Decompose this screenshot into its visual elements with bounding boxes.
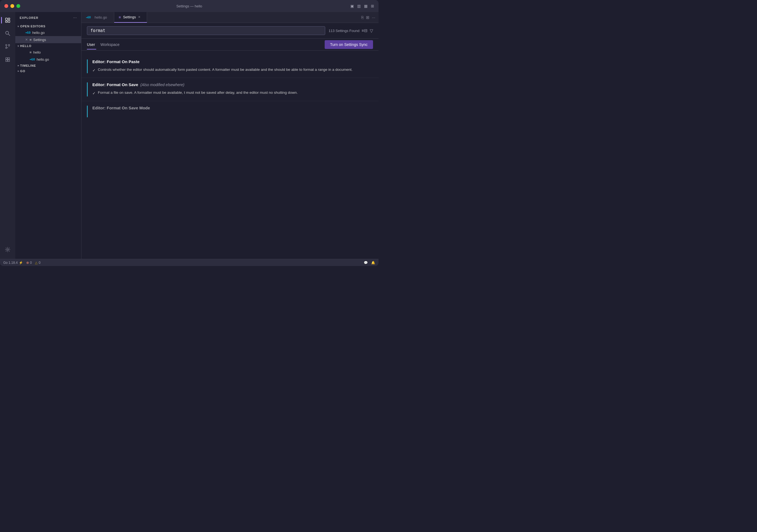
window-icon-3[interactable]: ▦ xyxy=(364,4,368,8)
warnings-count: 0 xyxy=(39,261,41,265)
title-bar-right: ▣ ▥ ▦ ⊞ xyxy=(350,4,374,8)
sidebar-more-button[interactable]: ··· xyxy=(73,15,77,20)
format-on-save-modified: (Also modified elsewhere) xyxy=(140,82,184,87)
timeline-chevron: ▾ xyxy=(17,65,20,66)
timeline-label: TIMELINE xyxy=(20,64,36,67)
setting-format-on-save-mode-title: Editor: Format On Save Mode xyxy=(92,106,373,110)
activity-explorer[interactable] xyxy=(2,14,14,26)
setting-format-on-save-title: Editor: Format On Save (Also modified el… xyxy=(92,82,373,87)
svg-rect-2 xyxy=(8,18,10,19)
svg-point-6 xyxy=(6,45,7,46)
minimize-button[interactable] xyxy=(10,4,14,8)
hello-settings-icon: ≡ xyxy=(30,50,32,54)
error-circle-icon: ⊗ xyxy=(26,261,29,265)
setting-format-on-paste-desc: ✓ Controls whether the editor should aut… xyxy=(92,67,373,73)
format-on-save-check[interactable]: ✓ xyxy=(92,90,96,96)
window-icon-4[interactable]: ⊞ xyxy=(371,4,374,8)
user-tab-label: User xyxy=(87,42,95,47)
sync-button[interactable]: Turn on Settings Sync xyxy=(325,40,373,49)
tree-item-settings[interactable]: ✕ ≡ Settings xyxy=(15,36,81,43)
warning-triangle-icon: △ xyxy=(35,261,38,265)
activity-source-control[interactable] xyxy=(2,41,14,52)
close-button[interactable] xyxy=(4,4,8,8)
sidebar: EXPLORER ··· ▾ OPEN EDITORS ⇥GO hello.go… xyxy=(15,12,81,259)
workspace-tab-label: Workspace xyxy=(101,42,120,47)
warnings-status[interactable]: △ 0 xyxy=(35,261,41,265)
go-chevron: ▾ xyxy=(17,70,20,72)
go-section-header[interactable]: ▾ GO xyxy=(15,68,81,74)
tree-item-hello[interactable]: ≡ hello xyxy=(15,49,81,56)
remote-access-icon[interactable]: 💬 xyxy=(364,261,368,265)
setting-format-on-save-desc: ✓ Format a file on save. A formatter mus… xyxy=(92,90,373,96)
tab-bar-right: ⎘ ⊞ ··· xyxy=(358,12,378,23)
go-file-icon: ⇥GO xyxy=(25,31,31,34)
go-version-status[interactable]: Go 1.18.4 ⚡ xyxy=(3,261,23,265)
go-version-label: Go 1.18.4 xyxy=(3,261,18,265)
tree-item-hello-go[interactable]: ⇥GO hello.go xyxy=(15,29,81,36)
settings-close-icon[interactable]: ✕ xyxy=(25,38,28,42)
setting-format-on-save-mode-content: Editor: Format On Save Mode xyxy=(87,106,373,110)
svg-rect-1 xyxy=(6,21,7,22)
title-bar: Settings — hello ▣ ▥ ▦ ⊞ xyxy=(0,0,378,12)
svg-line-5 xyxy=(9,34,10,36)
activity-search[interactable] xyxy=(2,27,14,39)
hello-label: HELLO xyxy=(20,44,31,47)
tab-hello-go-label: hello.go xyxy=(95,15,107,19)
tab-hello-go[interactable]: ⇥GO hello.go xyxy=(81,12,114,23)
tab-settings-close[interactable]: ✕ xyxy=(138,15,140,19)
notifications-icon[interactable]: 🔔 xyxy=(371,261,375,265)
window-icon-2[interactable]: ▥ xyxy=(357,4,361,8)
tab-settings[interactable]: ≡ Settings ✕ xyxy=(114,12,147,23)
main-container: EXPLORER ··· ▾ OPEN EDITORS ⇥GO hello.go… xyxy=(0,12,378,259)
settings-tab-workspace[interactable]: Workspace xyxy=(101,40,125,49)
setting-format-on-paste: Editor: Format On Paste ✓ Controls wheth… xyxy=(81,55,378,78)
settings-search-input[interactable] xyxy=(90,28,322,33)
editor-area: ⇥GO hello.go ≡ Settings ✕ ⎘ ⊞ ··· xyxy=(81,12,378,259)
go-section-label: GO xyxy=(20,70,25,73)
open-editors-header[interactable]: ▾ OPEN EDITORS xyxy=(15,23,81,29)
file-tree: ▾ OPEN EDITORS ⇥GO hello.go ✕ ≡ Settings… xyxy=(15,23,81,259)
timeline-header[interactable]: ▾ TIMELINE xyxy=(15,63,81,68)
hello-go-name: hello.go xyxy=(37,57,49,61)
setting-format-on-paste-content: Editor: Format On Paste ✓ Controls wheth… xyxy=(87,59,373,73)
settings-list: Editor: Format On Paste ✓ Controls wheth… xyxy=(81,50,378,259)
open-editors-chevron: ▾ xyxy=(17,25,19,28)
search-input-wrapper[interactable] xyxy=(87,26,325,35)
hello-chevron: ▾ xyxy=(17,45,19,47)
sidebar-title: EXPLORER xyxy=(20,16,39,19)
format-on-save-text: Format a file on save. A formatter must … xyxy=(98,90,373,96)
svg-rect-0 xyxy=(6,18,7,20)
settings-tab-user[interactable]: User xyxy=(87,40,101,49)
filter-settings-icon[interactable]: ▽ xyxy=(370,28,373,33)
settings-count-text: 113 Settings Found xyxy=(328,29,359,33)
settings-content: 113 Settings Found ≡⊟ ▽ User Workspace T… xyxy=(81,23,378,259)
setting-format-on-paste-title: Editor: Format On Paste xyxy=(92,59,373,64)
setting-format-on-save-content: Editor: Format On Save (Also modified el… xyxy=(87,82,373,96)
traffic-lights xyxy=(4,4,20,8)
errors-status[interactable]: ⊗ 0 xyxy=(26,261,32,265)
maximize-button[interactable] xyxy=(16,4,20,8)
window-title: Settings — hello xyxy=(176,4,202,8)
errors-count: 0 xyxy=(30,261,32,265)
status-left: Go 1.18.4 ⚡ ⊗ 0 △ 0 xyxy=(3,261,41,265)
go-file-icon-2: ⇥GO xyxy=(30,58,35,61)
activity-extensions[interactable] xyxy=(2,53,14,66)
svg-rect-3 xyxy=(8,20,10,22)
format-on-save-title-text: Editor: Format On Save xyxy=(92,82,138,87)
format-on-paste-text: Controls whether the editor should autom… xyxy=(98,67,373,73)
svg-point-10 xyxy=(7,249,9,250)
editor-layout-icon[interactable]: ⊞ xyxy=(366,15,370,20)
tab-go-icon: ⇥GO xyxy=(86,16,91,19)
window-icon-1[interactable]: ▣ xyxy=(350,4,354,8)
sidebar-header: EXPLORER ··· xyxy=(15,12,81,23)
svg-point-7 xyxy=(9,45,10,46)
format-on-paste-check[interactable]: ✓ xyxy=(92,67,96,73)
hello-section-header[interactable]: ▾ HELLO xyxy=(15,43,81,49)
sort-settings-icon[interactable]: ≡⊟ xyxy=(362,28,368,33)
activity-settings-gear[interactable] xyxy=(2,244,14,256)
activity-bar xyxy=(0,12,15,259)
settings-search-bar: 113 Settings Found ≡⊟ ▽ xyxy=(81,23,378,39)
more-actions-icon[interactable]: ··· xyxy=(372,15,375,20)
tree-item-hello-go-2[interactable]: ⇥GO hello.go xyxy=(15,56,81,63)
split-editor-icon[interactable]: ⎘ xyxy=(361,15,364,20)
